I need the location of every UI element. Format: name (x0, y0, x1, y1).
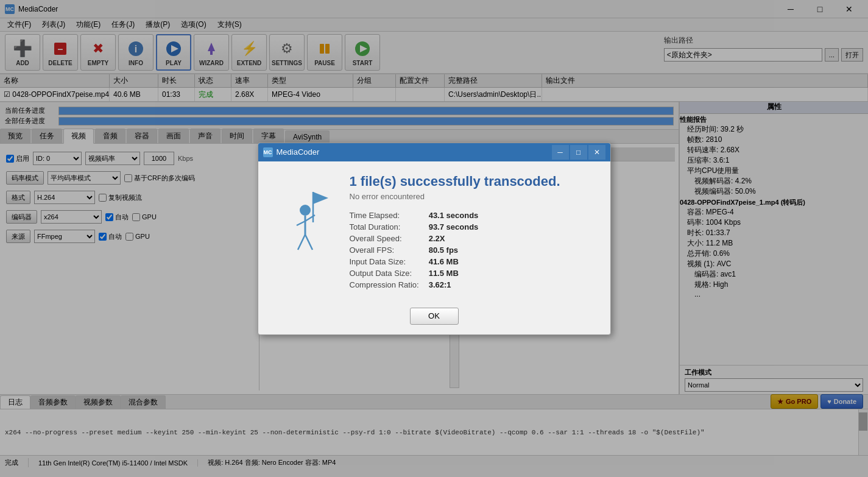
overall-speed-value: 2.2X (429, 234, 592, 243)
modal-close-button[interactable]: ✕ (588, 145, 605, 160)
input-size-label: Input Data Size: (350, 257, 419, 266)
modal-maximize-button[interactable]: □ (570, 145, 587, 160)
modal-success-title: 1 file(s) successfully transcoded. (350, 174, 592, 189)
modal-overlay: MC MediaCoder ─ □ ✕ (0, 0, 868, 477)
modal-app-icon: MC (263, 147, 273, 157)
modal-dialog: MC MediaCoder ─ □ ✕ (258, 143, 611, 335)
svg-point-13 (300, 205, 311, 216)
time-elapsed-value: 43.1 seconds (429, 211, 592, 220)
overall-fps-value: 80.5 fps (429, 246, 592, 255)
output-size-value: 11.5 MB (429, 269, 592, 278)
modal-success-icon (277, 174, 337, 289)
svg-marker-12 (313, 192, 328, 204)
modal-minimize-button[interactable]: ─ (552, 145, 569, 160)
total-duration-label: Total Duration: (350, 222, 419, 231)
time-elapsed-label: Time Elapsed: (350, 211, 419, 220)
compression-label: Compression Ratio: (350, 280, 419, 289)
modal-controls: ─ □ ✕ (552, 145, 605, 160)
svg-line-16 (297, 221, 305, 225)
overall-fps-label: Overall FPS: (350, 246, 419, 255)
output-size-label: Output Data Size: (350, 269, 419, 278)
total-duration-value: 93.7 seconds (429, 222, 592, 231)
overall-speed-label: Overall Speed: (350, 234, 419, 243)
svg-line-17 (298, 235, 305, 250)
modal-footer: OK (258, 302, 610, 334)
modal-stats: Time Elapsed: 43.1 seconds Total Duratio… (350, 211, 592, 289)
input-size-value: 41.6 MB (429, 257, 592, 266)
compression-value: 3.62:1 (429, 280, 592, 289)
modal-text-area: 1 file(s) successfully transcoded. No er… (350, 174, 592, 289)
modal-content: 1 file(s) successfully transcoded. No er… (258, 161, 610, 302)
modal-title-area: MC MediaCoder (263, 147, 320, 157)
svg-line-18 (305, 235, 312, 250)
modal-no-error: No error encountered (350, 192, 592, 201)
modal-title-text: MediaCoder (277, 147, 320, 157)
ok-button[interactable]: OK (410, 308, 459, 325)
modal-titlebar: MC MediaCoder ─ □ ✕ (258, 143, 610, 161)
